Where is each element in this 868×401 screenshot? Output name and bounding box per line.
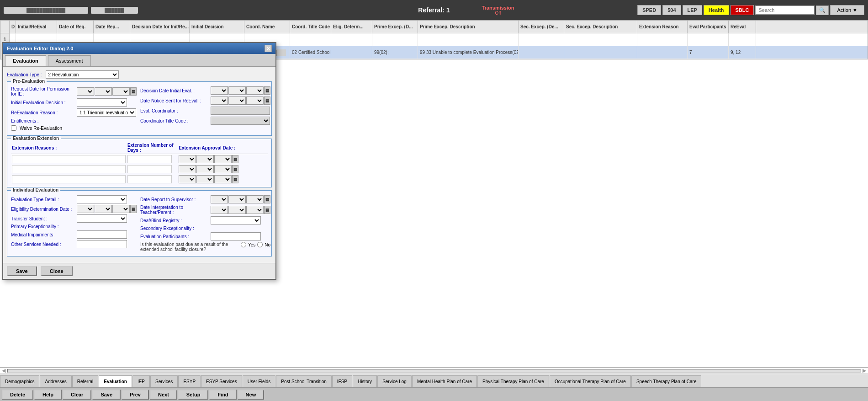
transfer-select[interactable] [77,214,127,223]
ext-days-3[interactable] [127,175,172,183]
tab-occupational-therapy[interactable]: Occupational Therapy Plan of Care [550,375,631,387]
interp-cal-btn[interactable]: ▦ [264,206,270,214]
dec-year[interactable] [246,86,264,95]
notice-year[interactable] [246,96,264,105]
report-month[interactable] [211,195,228,203]
help-button[interactable]: Help [34,390,62,400]
report-cal-btn[interactable]: ▦ [264,195,270,203]
tab-ifsp[interactable]: IFSP [332,375,352,387]
req-year[interactable] [112,87,130,96]
ext-month-2[interactable] [179,165,196,173]
dec-day[interactable] [228,86,246,95]
no-label: No [265,242,270,247]
tab-service-log[interactable]: Service Log [377,375,412,387]
past-due-yes-radio[interactable] [241,242,246,247]
eval-participants-input[interactable] [211,232,261,241]
interp-year[interactable] [246,206,264,214]
tab-user-fields[interactable]: User Fields [243,375,276,387]
tab-speech-therapy[interactable]: Speech Therapy Plan of Care [631,375,702,387]
tab-evaluation[interactable]: Evaluation [5,55,46,66]
delete-button[interactable]: Delete [2,390,33,400]
dialog-close-button[interactable]: ✕ [265,45,272,52]
bottom-tabs-bar: Demographics Addresses Referral Evaluati… [0,374,868,387]
sped-button[interactable]: SPED [637,5,661,15]
dec-month[interactable] [211,86,228,95]
ext-reason-1[interactable] [12,155,126,163]
tab-mental-health[interactable]: Mental Health Plan of Care [412,375,477,387]
new-button[interactable]: New [238,390,265,400]
eval-type-detail-select[interactable] [77,195,127,203]
notice-day[interactable] [228,96,246,105]
ext-cal-3[interactable]: ▦ [232,175,238,183]
health-button[interactable]: Health [704,5,729,15]
tab-esyp-services[interactable]: ESYP Services [201,375,242,387]
interp-day[interactable] [228,206,246,214]
action-button[interactable]: Action ▼ [830,5,864,15]
504-button[interactable]: 504 [662,5,681,15]
tab-assessment[interactable]: Assessment [48,55,91,66]
pre-eval-legend: Pre-Evaluation [11,79,47,84]
ext-reason-2[interactable] [12,165,126,173]
initial-eval-dec-select[interactable] [77,98,127,107]
notice-cal-btn[interactable]: ▦ [264,96,270,105]
req-day[interactable] [95,87,112,96]
search-input[interactable] [755,5,815,15]
tab-services[interactable]: Services [150,375,178,387]
tab-physical-therapy[interactable]: Physical Therapy Plan of Care [477,375,549,387]
next-button[interactable]: Next [150,390,177,400]
ext-year-2[interactable] [214,165,232,173]
ext-year-3[interactable] [214,175,232,183]
past-due-no-radio[interactable] [257,242,263,247]
coord-title-select[interactable] [211,117,270,125]
sblc-button[interactable]: SBLC [730,5,754,15]
decision-date-input: ▦ [211,86,270,95]
ext-year-1[interactable] [214,155,232,163]
tab-evaluation[interactable]: Evaluation [99,375,132,387]
dec-cal-btn[interactable]: ▦ [264,86,270,95]
req-cal-btn[interactable]: ▦ [130,87,137,96]
ext-month-1[interactable] [179,155,196,163]
tab-addresses[interactable]: Addresses [40,375,71,387]
ext-cal-1[interactable]: ▦ [232,155,238,163]
other-services-input[interactable] [77,240,127,248]
report-year[interactable] [246,195,264,203]
ext-days-1[interactable] [127,155,172,163]
ext-day-2[interactable] [196,165,214,173]
ext-reason-3[interactable] [12,175,126,183]
tab-demographics[interactable]: Demographics [0,375,39,387]
ext-day-3[interactable] [196,175,214,183]
elig-month[interactable] [77,205,94,213]
waive-checkbox[interactable] [11,125,16,131]
ext-cal-2[interactable]: ▦ [232,165,238,173]
ext-month-3[interactable] [179,175,196,183]
clear-button[interactable]: Clear [63,390,92,400]
elig-day[interactable] [95,205,112,213]
interp-month[interactable] [211,206,228,214]
elig-year[interactable] [112,205,130,213]
tab-history[interactable]: History [353,375,377,387]
tab-referral[interactable]: Referral [72,375,99,387]
find-button[interactable]: Find [209,390,236,400]
deaf-blind-select[interactable] [211,216,261,225]
save-action-button[interactable]: Save [92,390,121,400]
lep-button[interactable]: LEP [683,5,702,15]
ext-days-2[interactable] [127,165,172,173]
medical-imp-input[interactable] [77,230,127,239]
eval-type-select[interactable]: 2 Reevaluation 1 Initial 3 Other [46,70,119,79]
close-button[interactable]: Close [41,266,73,276]
prev-button[interactable]: Prev [122,390,149,400]
save-button[interactable]: Save [7,266,37,276]
tab-iep[interactable]: IEP [132,375,150,387]
tab-post-school-transition[interactable]: Post School Transition [276,375,332,387]
setup-button[interactable]: Setup [178,390,209,400]
notice-month[interactable] [211,96,228,105]
reeval-reason-select[interactable]: 1 1 Triennial reevaluation [77,108,136,117]
req-month[interactable] [77,87,94,96]
elig-cal-btn[interactable]: ▦ [130,205,137,213]
search-icon-button[interactable]: 🔍 [816,5,829,15]
eval-coord-input[interactable] [211,107,270,115]
col-coord-title: Coord. Title Code [290,21,331,33]
ext-day-1[interactable] [196,155,214,163]
tab-esyp[interactable]: ESYP [178,375,201,387]
report-day[interactable] [228,195,246,203]
